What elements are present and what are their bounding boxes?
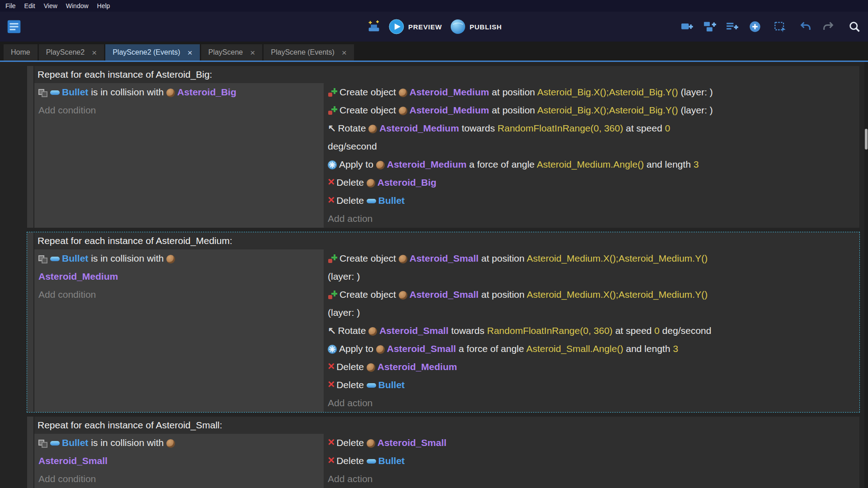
add-event-icon [681, 20, 693, 33]
text: Apply to [339, 159, 376, 169]
expression: RandomFloatInRange(0, 360) [487, 325, 613, 336]
asteroid-icon [166, 439, 175, 448]
menu-view[interactable]: View [41, 1, 63, 10]
bullet-icon [367, 383, 376, 388]
tab-label: PlayScene2 [46, 48, 85, 56]
close-icon[interactable]: × [92, 48, 97, 57]
action-row[interactable]: Create object Asteroid_Small at position… [328, 249, 855, 286]
text: Delete [336, 380, 367, 390]
tab-playscene[interactable]: PlayScene× [201, 44, 263, 61]
collision-icon [38, 89, 48, 97]
action-row[interactable]: ×Delete Asteroid_Big [328, 174, 855, 192]
text: at position [479, 289, 527, 300]
publish-button[interactable]: PUBLISH [450, 19, 502, 34]
menu-help[interactable]: Help [94, 1, 116, 10]
action-row[interactable]: ×Delete Bullet [328, 452, 855, 470]
add-action-button[interactable]: Add action [328, 210, 855, 228]
redo-button[interactable] [822, 20, 835, 33]
add-other-events-button[interactable] [749, 20, 761, 33]
add-event-button[interactable] [681, 20, 693, 33]
action-row[interactable]: ×Delete Bullet [328, 376, 855, 394]
action-row[interactable]: ×Delete Asteroid_Small [328, 434, 855, 452]
action-row[interactable]: Apply to Asteroid_Medium a force of angl… [328, 155, 855, 174]
tab-label: PlayScene [208, 48, 243, 56]
tab-label: PlayScene (Events) [271, 48, 335, 56]
select-events-button[interactable] [774, 20, 787, 33]
menu-window[interactable]: Window [63, 1, 94, 10]
close-icon[interactable]: × [188, 48, 193, 57]
action-row[interactable]: Create object Asteroid_Medium at positio… [328, 101, 855, 119]
condition-row[interactable]: Bullet is in collision with Asteroid_Med… [38, 249, 320, 286]
condition-row[interactable]: Bullet is in collision with Asteroid_Big [38, 83, 320, 101]
add-comment-icon [726, 20, 739, 33]
add-comment-button[interactable] [726, 20, 739, 33]
text: at position [479, 253, 527, 263]
object-name: Bullet [378, 455, 405, 466]
object-name: Bullet [62, 437, 88, 448]
event-drag-handle[interactable] [27, 232, 33, 412]
object-name: Asteroid_Medium [379, 123, 459, 133]
force-icon [328, 345, 337, 354]
condition-row[interactable]: Bullet is in collision with Asteroid_Sma… [38, 434, 320, 470]
action-row[interactable]: ↖Rotate Asteroid_Small towards RandomFlo… [328, 322, 855, 340]
tab-playscene-events[interactable]: PlayScene (Events)× [264, 44, 354, 61]
tab-playscene2-events[interactable]: PlayScene2 (Events)× [105, 44, 200, 61]
add-subevent-button[interactable] [703, 20, 716, 33]
expression: 0 [665, 123, 670, 133]
scrollbar-track[interactable] [864, 62, 868, 488]
asteroid-icon [376, 345, 385, 354]
text: Create object [340, 253, 399, 263]
event-header[interactable]: Repeat for each instance of Asteroid_Sma… [34, 417, 859, 434]
menu-edit[interactable]: Edit [22, 1, 41, 10]
event-header[interactable]: Repeat for each instance of Asteroid_Big… [34, 66, 859, 83]
close-icon[interactable]: × [250, 48, 255, 57]
build-button[interactable] [366, 19, 381, 34]
event: Repeat for each instance of Asteroid_Med… [27, 232, 860, 413]
action-row[interactable]: Apply to Asteroid_Small a force of angle… [328, 340, 855, 358]
object-name: Asteroid_Medium [377, 361, 457, 372]
add-action-button[interactable]: Add action [328, 394, 855, 412]
action-row[interactable]: ×Delete Asteroid_Medium [328, 358, 855, 376]
action-row[interactable]: Create object Asteroid_Medium at positio… [328, 83, 855, 101]
search-button[interactable] [848, 20, 861, 33]
action-row[interactable]: Create object Asteroid_Small at position… [328, 286, 855, 322]
preview-button[interactable]: PREVIEW [389, 19, 442, 34]
conditions-column: Bullet is in collision with Asteroid_Sma… [34, 434, 324, 488]
menu-file[interactable]: File [3, 1, 22, 10]
bullet-icon [50, 441, 60, 446]
tab-label: PlayScene2 (Events) [113, 48, 180, 56]
asteroid-icon [399, 89, 407, 97]
action-row[interactable]: ↖Rotate Asteroid_Medium towards RandomFl… [328, 119, 855, 155]
event-drag-handle[interactable] [27, 417, 33, 488]
add-condition-button[interactable]: Add condition [38, 470, 320, 488]
add-condition-button[interactable]: Add condition [38, 101, 320, 119]
text: a force of angle [456, 343, 526, 354]
event-header[interactable]: Repeat for each instance of Asteroid_Med… [34, 232, 859, 249]
text: (layer: ) [328, 271, 360, 282]
text: is in collision with [88, 253, 166, 263]
text: Delete [336, 195, 367, 206]
text: towards [448, 325, 487, 336]
asteroid-icon [367, 439, 375, 448]
expression: RandomFloatInRange(0, 360) [498, 123, 623, 133]
project-manager-button[interactable] [5, 18, 23, 35]
close-icon[interactable]: × [342, 48, 347, 57]
add-condition-button[interactable]: Add condition [38, 286, 320, 304]
add-action-button[interactable]: Add action [328, 470, 855, 488]
event-drag-handle[interactable] [27, 66, 33, 228]
expression: Asteroid_Medium.X();Asteroid_Medium.Y() [527, 289, 708, 300]
object-name: Asteroid_Small [387, 343, 456, 354]
build-icon [366, 19, 381, 34]
menubar: FileEditViewWindowHelp [0, 0, 868, 12]
scrollbar-thumb[interactable] [865, 129, 868, 150]
object-name: Asteroid_Medium [410, 105, 489, 115]
publish-label: PUBLISH [470, 23, 502, 31]
tab-home[interactable]: Home [4, 44, 38, 61]
text: and length [644, 159, 693, 169]
object-name: Bullet [62, 253, 88, 263]
conditions-column: Bullet is in collision with Asteroid_Med… [34, 249, 324, 412]
action-row[interactable]: ×Delete Bullet [328, 192, 855, 210]
tab-playscene2[interactable]: PlayScene2× [39, 44, 104, 61]
undo-button[interactable] [799, 20, 812, 33]
bullet-icon [367, 459, 376, 464]
